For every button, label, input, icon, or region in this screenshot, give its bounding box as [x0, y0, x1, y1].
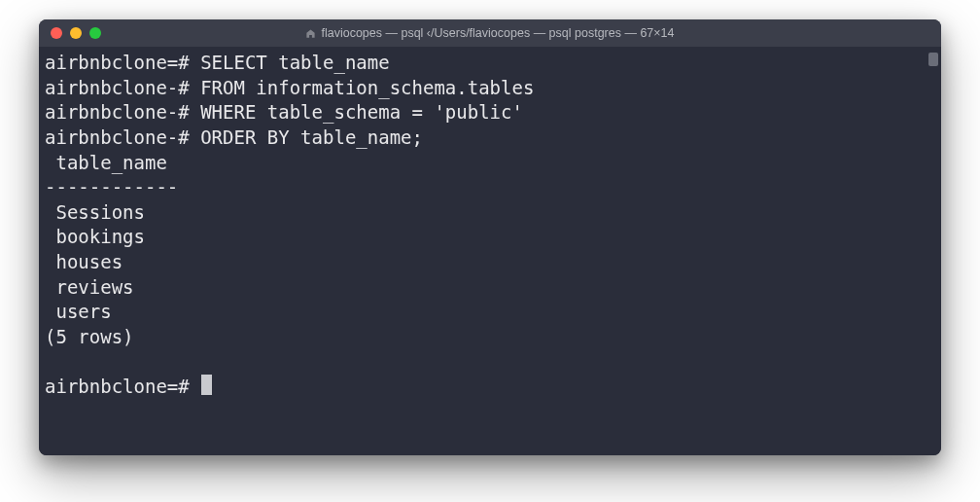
result-row: bookings	[45, 225, 935, 250]
prompt-line: airbnbclone=#	[45, 375, 935, 400]
prompt-cont: airbnbclone-#	[45, 126, 190, 148]
result-row: reviews	[45, 275, 935, 301]
result-header: table_name	[45, 151, 935, 176]
blank-line	[45, 350, 935, 376]
home-icon	[305, 28, 316, 39]
sql-where: WHERE table_schema = 'public'	[200, 101, 523, 123]
result-divider: ------------	[45, 175, 935, 200]
sql-order: ORDER BY table_name;	[200, 126, 423, 148]
window-title-text: flaviocopes — psql ‹/Users/flaviocopes —…	[321, 26, 674, 40]
prompt-main: airbnbclone=#	[45, 52, 190, 73]
maximize-button[interactable]	[89, 27, 101, 39]
sql-from: FROM information_schema.tables	[200, 77, 534, 98]
prompt-cont: airbnbclone-#	[45, 77, 190, 98]
prompt-cont: airbnbclone-#	[45, 101, 190, 123]
result-row: Sessions	[45, 200, 935, 226]
result-summary: (5 rows)	[45, 325, 935, 350]
terminal-window: flaviocopes — psql ‹/Users/flaviocopes —…	[39, 19, 941, 455]
window-title: flaviocopes — psql ‹/Users/flaviocopes —…	[39, 26, 941, 40]
close-button[interactable]	[51, 27, 62, 39]
result-row: houses	[45, 250, 935, 275]
sql-line: airbnbclone-# FROM information_schema.ta…	[45, 76, 935, 101]
sql-select: SELECT table_name	[200, 52, 389, 73]
sql-line: airbnbclone-# ORDER BY table_name;	[45, 126, 935, 151]
terminal-body[interactable]: airbnbclone=# SELECT table_name airbnbcl…	[39, 47, 941, 455]
titlebar[interactable]: flaviocopes — psql ‹/Users/flaviocopes —…	[39, 19, 941, 47]
minimize-button[interactable]	[70, 27, 82, 39]
sql-line: airbnbclone-# WHERE table_schema = 'publ…	[45, 100, 935, 126]
result-row: users	[45, 300, 935, 325]
sql-line: airbnbclone=# SELECT table_name	[45, 51, 935, 76]
scrollbar-thumb[interactable]	[928, 53, 938, 66]
cursor	[201, 375, 212, 395]
prompt-main: airbnbclone=#	[45, 376, 190, 397]
traffic-lights	[51, 27, 101, 39]
